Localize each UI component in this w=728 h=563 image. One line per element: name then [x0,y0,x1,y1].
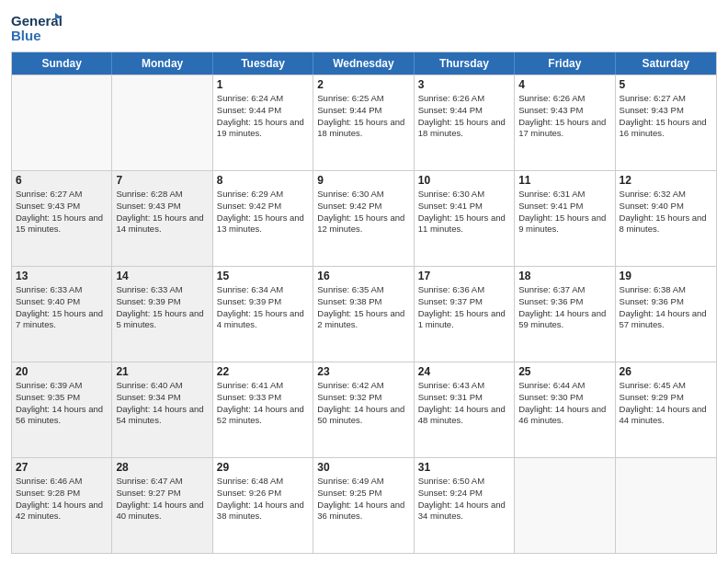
daylight-text: Daylight: 14 hours and 44 minutes. [620,404,712,428]
calendar-cell: 30 Sunrise: 6:49 AM Sunset: 9:25 PM Dayl… [313,458,414,553]
calendar-cell: 3 Sunrise: 6:26 AM Sunset: 9:44 PM Dayli… [415,75,515,170]
sunset-text: Sunset: 9:36 PM [518,296,610,308]
day-number: 7 [116,174,208,187]
calendar-cell: 14 Sunrise: 6:33 AM Sunset: 9:39 PM Dayl… [112,267,212,362]
sunrise-text: Sunrise: 6:50 AM [418,476,510,488]
calendar-cell [112,75,212,170]
header: General Blue [11,9,717,46]
daylight-text: Daylight: 15 hours and 8 minutes. [620,213,712,236]
daylight-text: Daylight: 14 hours and 50 minutes. [317,404,409,428]
sunrise-text: Sunrise: 6:34 AM [217,284,309,296]
sunset-text: Sunset: 9:30 PM [518,392,610,404]
calendar-cell: 26 Sunrise: 6:45 AM Sunset: 9:29 PM Dayl… [616,362,716,457]
sunrise-text: Sunrise: 6:32 AM [620,189,712,201]
sunset-text: Sunset: 9:39 PM [116,296,208,308]
day-number: 31 [418,461,510,474]
daylight-text: Daylight: 14 hours and 54 minutes. [116,404,208,428]
sunset-text: Sunset: 9:41 PM [518,201,610,213]
calendar-cell: 2 Sunrise: 6:25 AM Sunset: 9:44 PM Dayli… [313,75,414,170]
sunrise-text: Sunrise: 6:26 AM [518,93,610,105]
day-number: 18 [518,270,610,282]
sunset-text: Sunset: 9:25 PM [317,488,409,500]
svg-text:Blue: Blue [11,28,41,43]
sunrise-text: Sunrise: 6:42 AM [317,380,409,392]
sunrise-text: Sunrise: 6:44 AM [518,380,610,392]
sunset-text: Sunset: 9:43 PM [116,201,208,213]
header-thursday: Thursday [415,52,515,75]
sunset-text: Sunset: 9:40 PM [620,201,712,213]
header-friday: Friday [515,52,615,75]
calendar-header: SundayMondayTuesdayWednesdayThursdayFrid… [12,52,716,75]
sunrise-text: Sunrise: 6:40 AM [116,380,208,392]
sunset-text: Sunset: 9:43 PM [518,105,610,117]
sunset-text: Sunset: 9:29 PM [620,392,712,404]
sunrise-text: Sunrise: 6:36 AM [418,284,510,296]
day-number: 2 [317,78,409,91]
daylight-text: Daylight: 15 hours and 4 minutes. [217,308,309,332]
calendar-cell [12,75,112,170]
sunrise-text: Sunrise: 6:47 AM [116,476,208,488]
sunset-text: Sunset: 9:33 PM [217,392,309,404]
sunrise-text: Sunrise: 6:27 AM [16,189,108,201]
daylight-text: Daylight: 14 hours and 52 minutes. [217,404,309,428]
sunrise-text: Sunrise: 6:43 AM [418,380,510,392]
week-row-2: 6 Sunrise: 6:27 AM Sunset: 9:43 PM Dayli… [12,170,716,266]
calendar-cell: 27 Sunrise: 6:46 AM Sunset: 9:28 PM Dayl… [12,458,112,553]
sunset-text: Sunset: 9:28 PM [16,488,108,500]
calendar-cell: 22 Sunrise: 6:41 AM Sunset: 9:33 PM Dayl… [213,362,313,457]
sunrise-text: Sunrise: 6:39 AM [16,380,108,392]
sunset-text: Sunset: 9:44 PM [217,105,309,117]
day-number: 23 [317,365,409,378]
daylight-text: Daylight: 14 hours and 38 minutes. [217,500,309,523]
daylight-text: Daylight: 15 hours and 12 minutes. [317,213,409,236]
sunset-text: Sunset: 9:35 PM [16,392,108,404]
calendar-cell: 11 Sunrise: 6:31 AM Sunset: 9:41 PM Dayl… [515,171,615,266]
calendar: SundayMondayTuesdayWednesdayThursdayFrid… [11,52,717,554]
day-number: 15 [217,270,309,282]
daylight-text: Daylight: 15 hours and 11 minutes. [418,213,510,236]
day-number: 19 [620,270,712,282]
day-number: 26 [620,365,712,378]
sunset-text: Sunset: 9:31 PM [418,392,510,404]
sunset-text: Sunset: 9:42 PM [317,201,409,213]
day-number: 29 [217,461,309,474]
sunrise-text: Sunrise: 6:28 AM [116,189,208,201]
sunrise-text: Sunrise: 6:33 AM [16,284,108,296]
week-row-4: 20 Sunrise: 6:39 AM Sunset: 9:35 PM Dayl… [12,362,716,457]
calendar-cell: 1 Sunrise: 6:24 AM Sunset: 9:44 PM Dayli… [213,75,313,170]
logo-svg: General Blue [11,9,62,46]
daylight-text: Daylight: 14 hours and 42 minutes. [16,500,108,523]
sunset-text: Sunset: 9:39 PM [217,296,309,308]
day-number: 27 [16,461,108,474]
calendar-cell: 13 Sunrise: 6:33 AM Sunset: 9:40 PM Dayl… [12,267,112,362]
sunrise-text: Sunrise: 6:35 AM [317,284,409,296]
daylight-text: Daylight: 15 hours and 16 minutes. [620,117,712,141]
week-row-1: 1 Sunrise: 6:24 AM Sunset: 9:44 PM Dayli… [12,75,716,170]
sunrise-text: Sunrise: 6:29 AM [217,189,309,201]
sunset-text: Sunset: 9:40 PM [16,296,108,308]
daylight-text: Daylight: 15 hours and 2 minutes. [317,308,409,332]
calendar-cell: 31 Sunrise: 6:50 AM Sunset: 9:24 PM Dayl… [415,458,515,553]
sunset-text: Sunset: 9:43 PM [620,105,712,117]
day-number: 14 [116,270,208,282]
calendar-cell: 5 Sunrise: 6:27 AM Sunset: 9:43 PM Dayli… [616,75,716,170]
day-number: 1 [217,78,309,91]
daylight-text: Daylight: 15 hours and 18 minutes. [418,117,510,141]
sunset-text: Sunset: 9:37 PM [418,296,510,308]
sunset-text: Sunset: 9:41 PM [418,201,510,213]
calendar-cell: 16 Sunrise: 6:35 AM Sunset: 9:38 PM Dayl… [313,267,414,362]
day-number: 30 [317,461,409,474]
calendar-cell: 6 Sunrise: 6:27 AM Sunset: 9:43 PM Dayli… [12,171,112,266]
daylight-text: Daylight: 15 hours and 13 minutes. [217,213,309,236]
sunset-text: Sunset: 9:24 PM [418,488,510,500]
sunrise-text: Sunrise: 6:49 AM [317,476,409,488]
header-wednesday: Wednesday [313,52,414,75]
calendar-cell: 25 Sunrise: 6:44 AM Sunset: 9:30 PM Dayl… [515,362,615,457]
daylight-text: Daylight: 15 hours and 14 minutes. [116,213,208,236]
daylight-text: Daylight: 15 hours and 19 minutes. [217,117,309,141]
day-number: 24 [418,365,510,378]
calendar-cell: 15 Sunrise: 6:34 AM Sunset: 9:39 PM Dayl… [213,267,313,362]
daylight-text: Daylight: 15 hours and 17 minutes. [518,117,610,141]
sunrise-text: Sunrise: 6:38 AM [620,284,712,296]
calendar-cell: 20 Sunrise: 6:39 AM Sunset: 9:35 PM Dayl… [12,362,112,457]
